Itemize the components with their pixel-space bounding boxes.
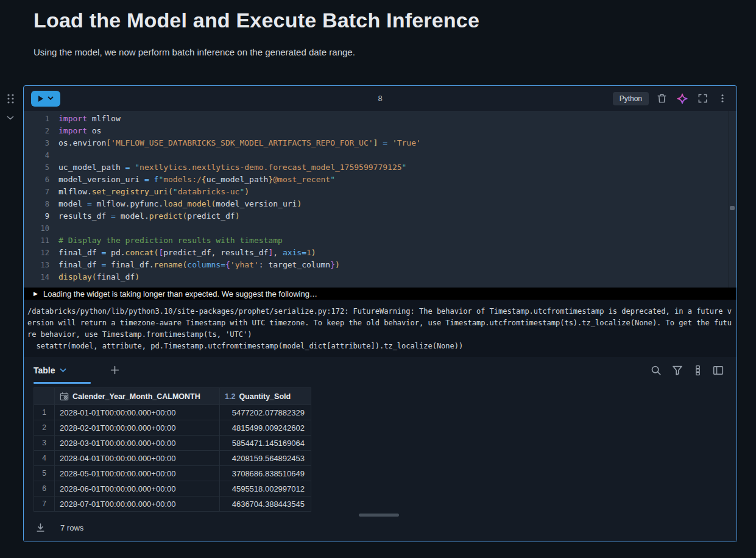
- columns-options-button[interactable]: [691, 363, 704, 378]
- code-text: model_version_uri = f"models:/{uc_model_…: [49, 174, 335, 186]
- expand-cell-button[interactable]: [696, 91, 710, 105]
- date-column-label: Calender_Year_Month_CALMONTH: [72, 392, 200, 401]
- date-cell: 2028-05-01T00:00:00.000+00:00: [55, 466, 220, 481]
- results-panel: Table: [24, 357, 737, 542]
- code-text: mlflow.set_registry_uri("databricks-uc"): [49, 186, 249, 198]
- active-tab-underline: [34, 382, 91, 384]
- code-line[interactable]: 8model = mlflow.pyfunc.load_model(model_…: [24, 198, 737, 210]
- columns-icon: [693, 365, 702, 376]
- collapse-cell-chevron-icon[interactable]: [5, 112, 16, 124]
- code-line[interactable]: 9results_df = model.predict(predict_df): [24, 210, 737, 222]
- run-cell-button[interactable]: [31, 91, 60, 107]
- quantity-cell: 4636704.388443545: [220, 496, 311, 512]
- row-index-cell: 5: [34, 466, 55, 481]
- row-index-cell: 2: [34, 420, 55, 436]
- plus-icon: [110, 366, 119, 375]
- code-line[interactable]: 6model_version_uri = f"models:/{uc_model…: [24, 174, 737, 186]
- search-results-button[interactable]: [649, 363, 663, 378]
- play-icon: [38, 96, 43, 102]
- trash-icon: [657, 93, 667, 104]
- line-number: 14: [24, 271, 49, 283]
- row-index-cell: 3: [34, 436, 55, 451]
- code-text: import mlflow: [49, 113, 121, 125]
- code-line[interactable]: 5uc_model_path = "nextlytics.nextlytics-…: [24, 161, 737, 174]
- code-line[interactable]: 2import os: [24, 125, 737, 137]
- ai-assistant-button[interactable]: [675, 91, 690, 106]
- code-scrollbar-thumb[interactable]: [730, 206, 735, 210]
- language-selector[interactable]: Python: [613, 92, 649, 105]
- table-row: 12028-01-01T00:00:00.000+00:005477202.07…: [34, 405, 311, 420]
- code-text: import os: [49, 125, 101, 137]
- date-cell: 2028-02-01T00:00:00.000+00:00: [55, 420, 220, 436]
- results-table: Calender_Year_Month_CALMONTH 1.2 Quantit…: [34, 387, 311, 512]
- code-line[interactable]: 7mlflow.set_registry_uri("databricks-uc"…: [24, 186, 737, 198]
- tab-table[interactable]: Table: [34, 357, 91, 384]
- download-results-button[interactable]: [34, 521, 48, 535]
- date-cell: 2028-06-01T00:00:00.000+00:00: [55, 481, 220, 496]
- code-text: # Display the prediction results with ti…: [49, 235, 283, 247]
- results-tabbar: Table: [24, 357, 737, 384]
- chevron-down-icon: [48, 96, 54, 101]
- code-line[interactable]: 12final_df = pd.concat([predict_df, resu…: [24, 247, 737, 259]
- line-number: 1: [24, 113, 49, 125]
- quantity-cell: 4815499.009242602: [220, 420, 311, 436]
- table-header-row: Calender_Year_Month_CALMONTH 1.2 Quantit…: [34, 388, 311, 405]
- drag-handle-icon[interactable]: [5, 92, 16, 107]
- page-title: Load the Model and Execute Batch Inferen…: [34, 9, 479, 32]
- date-cell: 2028-07-01T00:00:00.000+00:00: [55, 496, 220, 512]
- row-index-cell: 4: [34, 451, 55, 466]
- line-number: 2: [24, 125, 49, 137]
- table-row: 42028-04-01T00:00:00.000+00:004208159.56…: [34, 451, 311, 466]
- quantity-column-header[interactable]: 1.2 Quantity_Sold: [220, 388, 311, 405]
- quantity-cell: 5854471.145169064: [220, 436, 311, 451]
- calendar-date-type-icon: [60, 392, 69, 401]
- code-line[interactable]: 10: [24, 222, 737, 235]
- code-text: [49, 149, 58, 161]
- search-icon: [651, 365, 662, 376]
- table-row: 72028-07-01T00:00:00.000+00:004636704.38…: [34, 496, 311, 512]
- line-number: 4: [24, 149, 49, 161]
- kebab-menu-icon: [718, 93, 727, 104]
- table-row: 52028-05-01T00:00:00.000+00:003708686.83…: [34, 466, 311, 481]
- code-line[interactable]: 4: [24, 149, 737, 161]
- line-number: 3: [24, 137, 49, 149]
- code-line[interactable]: 13final_df = final_df.rename(columns={'y…: [24, 259, 737, 271]
- toggle-side-panel-button[interactable]: [711, 363, 726, 378]
- delete-cell-button[interactable]: [655, 91, 669, 105]
- cell-output-warning: /databricks/python/lib/python3.10/site-p…: [24, 300, 737, 357]
- page-subtitle: Using the model, we now perform batch in…: [34, 47, 355, 57]
- results-toolbar-icons: [649, 363, 737, 378]
- line-number: 11: [24, 235, 49, 247]
- disclosure-triangle-icon: ▶: [34, 291, 38, 297]
- line-number: 8: [24, 198, 49, 210]
- cell-menu-button[interactable]: [716, 91, 729, 105]
- line-number: 7: [24, 186, 49, 198]
- date-cell: 2028-03-01T00:00:00.000+00:00: [55, 436, 220, 451]
- results-footer: 7 rows: [24, 514, 737, 542]
- code-line[interactable]: 11# Display the prediction results with …: [24, 235, 737, 247]
- quantity-cell: 3708686.838510649: [220, 466, 311, 481]
- row-index-cell: 1: [34, 405, 55, 420]
- filter-results-button[interactable]: [670, 363, 685, 378]
- index-column-header: [34, 388, 55, 405]
- side-panel-icon: [713, 365, 724, 376]
- code-line[interactable]: 14display(final_df): [24, 271, 737, 283]
- code-line[interactable]: 3os.environ['MLFLOW_USE_DATABRICKS_SDK_M…: [24, 137, 737, 149]
- quantity-cell: 5477202.077882329: [220, 405, 311, 420]
- add-visualization-button[interactable]: [107, 363, 123, 378]
- code-scrollbar-track: [729, 111, 735, 288]
- fullscreen-icon: [698, 93, 708, 104]
- date-column-header[interactable]: Calender_Year_Month_CALMONTH: [55, 388, 220, 405]
- widget-loading-banner[interactable]: ▶ Loading the widget is taking longer th…: [24, 288, 737, 300]
- line-number: 9: [24, 210, 49, 222]
- line-number: 5: [24, 161, 49, 174]
- code-editor[interactable]: 1import mlflow2import os3os.environ['MLF…: [24, 111, 737, 288]
- code-text: model = mlflow.pyfunc.load_model(model_v…: [49, 198, 302, 210]
- code-text: display(final_df): [49, 271, 140, 283]
- cell-toolbar: 8 Python: [24, 86, 737, 111]
- code-text: os.environ['MLFLOW_USE_DATABRICKS_SDK_MO…: [49, 137, 421, 149]
- row-index-cell: 7: [34, 496, 55, 512]
- code-text: uc_model_path = "nextlytics.nextlytics-d…: [49, 161, 406, 174]
- code-line[interactable]: 1import mlflow: [24, 113, 737, 125]
- quantity-cell: 4595518.002997012: [220, 481, 311, 496]
